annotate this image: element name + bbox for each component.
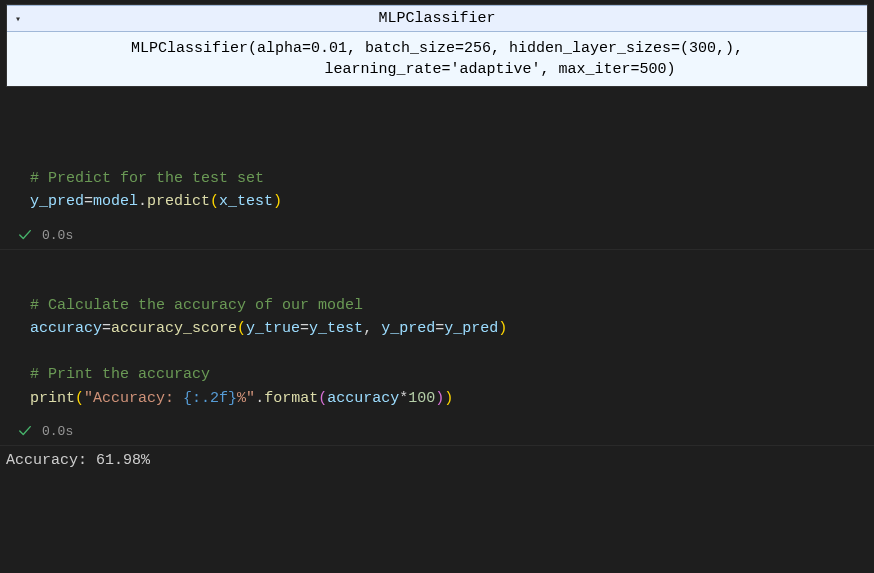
format-brace: } [228,390,237,407]
collapse-toggle-icon[interactable]: ▾ [15,13,21,25]
execution-time: 0.0s [42,228,73,243]
method-format: format [264,390,318,407]
dot: . [138,193,147,210]
string: %" [237,390,255,407]
paren-open: ( [318,390,327,407]
object: model [93,193,138,210]
notebook-cell: # Calculate the accuracy of our model ac… [0,286,874,475]
number: 100 [408,390,435,407]
argument: y_test [309,320,363,337]
operator: = [84,193,93,210]
paren-close: ) [498,320,507,337]
kwarg-name: y_true [246,320,300,337]
function-call: predict [147,193,210,210]
comment: # Predict for the test set [30,170,264,187]
execution-time: 0.0s [42,424,73,439]
variable: accuracy [327,390,399,407]
estimator-header[interactable]: ▾ MLPClassifier [7,5,867,32]
success-check-icon [18,424,32,438]
estimator-repr: MLPClassifier(alpha=0.01, batch_size=256… [7,32,867,86]
comment: # Calculate the accuracy of our model [30,297,363,314]
paren-open: ( [210,193,219,210]
comma: , [363,320,381,337]
dot: . [255,390,264,407]
operator: * [399,390,408,407]
paren-open: ( [237,320,246,337]
string: "Accuracy: [84,390,183,407]
code-editor[interactable]: # Calculate the accuracy of our model ac… [0,286,874,418]
paren-close: ) [273,193,282,210]
kwarg-name: y_pred [381,320,435,337]
variable: y_pred [30,193,84,210]
sklearn-estimator-output: ▾ MLPClassifier MLPClassifier(alpha=0.01… [6,4,868,87]
paren-close: ) [435,390,444,407]
operator: = [300,320,309,337]
argument: x_test [219,193,273,210]
operator: = [435,320,444,337]
comment: # Print the accuracy [30,366,210,383]
stdout-output: Accuracy: 61.98% [0,446,874,475]
estimator-title: MLPClassifier [378,10,495,27]
success-check-icon [18,228,32,242]
function-call: accuracy_score [111,320,237,337]
operator: = [102,320,111,337]
code-editor[interactable]: # Predict for the test set y_pred=model.… [0,159,874,222]
paren-close: ) [444,390,453,407]
argument: y_pred [444,320,498,337]
execution-status: 0.0s [0,418,874,446]
format-spec: :.2f [192,390,228,407]
paren-open: ( [75,390,84,407]
variable: accuracy [30,320,102,337]
notebook-cell: # Predict for the test set y_pred=model.… [0,159,874,250]
builtin-print: print [30,390,75,407]
format-brace: { [183,390,192,407]
execution-status: 0.0s [0,222,874,250]
